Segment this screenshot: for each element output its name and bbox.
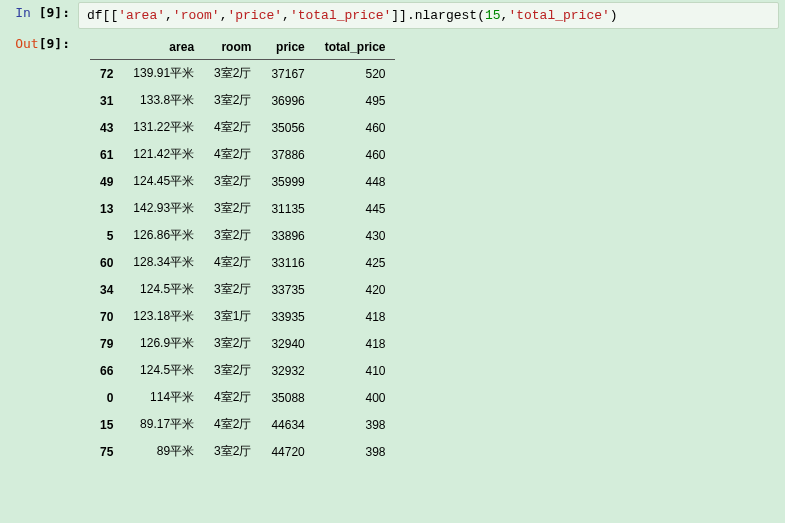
cell-total_price: 448 xyxy=(315,168,396,195)
in-num: [9]: xyxy=(39,5,70,20)
cell-price: 37886 xyxy=(261,141,314,168)
code-token: 'room' xyxy=(173,8,220,23)
table-row: 66124.5平米3室2厅32932410 xyxy=(90,357,395,384)
cell-room: 4室2厅 xyxy=(204,114,261,141)
table-row: 79126.9平米3室2厅32940418 xyxy=(90,330,395,357)
code-token: [[ xyxy=(103,8,119,23)
cell-room: 3室2厅 xyxy=(204,60,261,88)
cell-total_price: 418 xyxy=(315,303,396,330)
cell-room: 4室2厅 xyxy=(204,384,261,411)
table-row: 61121.42平米4室2厅37886460 xyxy=(90,141,395,168)
row-index: 61 xyxy=(90,141,123,168)
code-token: , xyxy=(282,8,290,23)
cell-area: 128.34平米 xyxy=(123,249,204,276)
row-index: 13 xyxy=(90,195,123,222)
code-token: ) xyxy=(610,8,618,23)
cell-area: 89.17平米 xyxy=(123,411,204,438)
table-row: 5126.86平米3室2厅33896430 xyxy=(90,222,395,249)
row-index: 0 xyxy=(90,384,123,411)
code-token: 'total_price' xyxy=(290,8,391,23)
cell-total_price: 425 xyxy=(315,249,396,276)
table-row: 49124.45平米3室2厅35999448 xyxy=(90,168,395,195)
code-token: 'price' xyxy=(227,8,282,23)
cell-room: 3室1厅 xyxy=(204,303,261,330)
cell-total_price: 445 xyxy=(315,195,396,222)
cell-room: 3室2厅 xyxy=(204,330,261,357)
row-index: 43 xyxy=(90,114,123,141)
out-label: Out xyxy=(15,36,38,51)
cell-room: 3室2厅 xyxy=(204,195,261,222)
code-token: nlargest xyxy=(415,8,477,23)
table-row: 1589.17平米4室2厅44634398 xyxy=(90,411,395,438)
in-label: In xyxy=(15,5,38,20)
cell-area: 131.22平米 xyxy=(123,114,204,141)
table-row: 70123.18平米3室1厅33935418 xyxy=(90,303,395,330)
row-index: 79 xyxy=(90,330,123,357)
cell-room: 3室2厅 xyxy=(204,168,261,195)
row-index: 49 xyxy=(90,168,123,195)
cell-room: 3室2厅 xyxy=(204,87,261,114)
index-header xyxy=(90,35,123,60)
table-row: 34124.5平米3室2厅33735420 xyxy=(90,276,395,303)
cell-room: 4室2厅 xyxy=(204,411,261,438)
col-room: room xyxy=(204,35,261,60)
cell-area: 124.45平米 xyxy=(123,168,204,195)
cell-area: 139.91平米 xyxy=(123,60,204,88)
row-index: 15 xyxy=(90,411,123,438)
table-row: 60128.34平米4室2厅33116425 xyxy=(90,249,395,276)
cell-price: 36996 xyxy=(261,87,314,114)
row-index: 66 xyxy=(90,357,123,384)
cell-price: 33935 xyxy=(261,303,314,330)
code-input[interactable]: df[['area','room','price','total_price']… xyxy=(78,2,779,29)
input-prompt: In [9]: xyxy=(0,0,78,25)
row-index: 34 xyxy=(90,276,123,303)
cell-area: 126.9平米 xyxy=(123,330,204,357)
code-token: 15 xyxy=(485,8,501,23)
cell-price: 32940 xyxy=(261,330,314,357)
row-index: 31 xyxy=(90,87,123,114)
cell-area: 126.86平米 xyxy=(123,222,204,249)
row-index: 60 xyxy=(90,249,123,276)
code-token: ]]. xyxy=(391,8,414,23)
cell-area: 114平米 xyxy=(123,384,204,411)
table-row: 13142.93平米3室2厅31135445 xyxy=(90,195,395,222)
cell-total_price: 430 xyxy=(315,222,396,249)
output-prompt: Out[9]: xyxy=(0,31,78,56)
table-row: 43131.22平米4室2厅35056460 xyxy=(90,114,395,141)
cell-total_price: 460 xyxy=(315,114,396,141)
cell-price: 33896 xyxy=(261,222,314,249)
cell-total_price: 398 xyxy=(315,438,396,465)
cell-area: 133.8平米 xyxy=(123,87,204,114)
row-index: 70 xyxy=(90,303,123,330)
row-index: 5 xyxy=(90,222,123,249)
col-total-price: total_price xyxy=(315,35,396,60)
cell-room: 3室2厅 xyxy=(204,438,261,465)
cell-area: 89平米 xyxy=(123,438,204,465)
cell-area: 123.18平米 xyxy=(123,303,204,330)
dataframe-table: area room price total_price 72139.91平米3室… xyxy=(90,35,395,465)
cell-room: 4室2厅 xyxy=(204,141,261,168)
cell-total_price: 420 xyxy=(315,276,396,303)
cell-room: 3室2厅 xyxy=(204,222,261,249)
table-row: 31133.8平米3室2厅36996495 xyxy=(90,87,395,114)
row-index: 72 xyxy=(90,60,123,88)
output-area: area room price total_price 72139.91平米3室… xyxy=(78,31,785,473)
input-cell: In [9]: df[['area','room','price','total… xyxy=(0,0,785,31)
cell-price: 44634 xyxy=(261,411,314,438)
cell-price: 33116 xyxy=(261,249,314,276)
cell-total_price: 460 xyxy=(315,141,396,168)
cell-total_price: 400 xyxy=(315,384,396,411)
cell-price: 31135 xyxy=(261,195,314,222)
cell-room: 3室2厅 xyxy=(204,276,261,303)
table-row: 72139.91平米3室2厅37167520 xyxy=(90,60,395,88)
cell-price: 35088 xyxy=(261,384,314,411)
code-token: 'total_price' xyxy=(508,8,609,23)
col-area: area xyxy=(123,35,204,60)
code-token: 'area' xyxy=(118,8,165,23)
code-token: ( xyxy=(477,8,485,23)
out-num: [9]: xyxy=(39,36,70,51)
cell-area: 124.5平米 xyxy=(123,357,204,384)
cell-area: 121.42平米 xyxy=(123,141,204,168)
cell-total_price: 495 xyxy=(315,87,396,114)
header-row: area room price total_price xyxy=(90,35,395,60)
